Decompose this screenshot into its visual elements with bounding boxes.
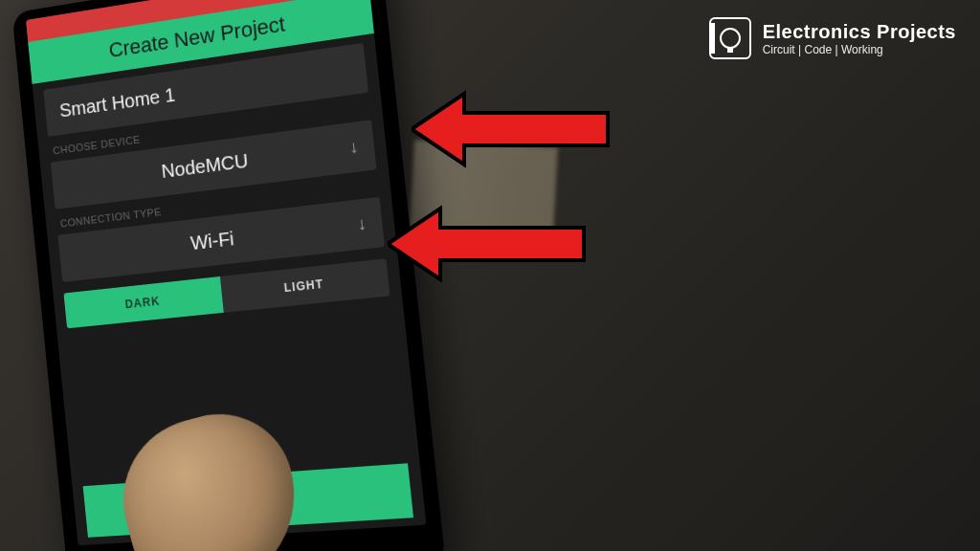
chevron-down-icon: ↓ <box>348 137 359 159</box>
watermark-text: Electronics Projects Circuit | Code | Wo… <box>763 21 956 56</box>
annotation-arrow-device <box>412 86 612 172</box>
theme-dark-button[interactable]: DARK <box>63 276 223 328</box>
watermark-logo-icon <box>709 17 751 59</box>
theme-light-button[interactable]: LIGHT <box>220 258 390 312</box>
watermark-subtitle: Circuit | Code | Working <box>763 43 956 56</box>
chevron-down-icon: ↓ <box>356 213 367 234</box>
watermark-title: Electronics Projects <box>763 21 956 43</box>
annotation-arrow-connection <box>388 201 589 287</box>
watermark: Electronics Projects Circuit | Code | Wo… <box>709 17 956 59</box>
lightbulb-icon <box>720 28 741 49</box>
